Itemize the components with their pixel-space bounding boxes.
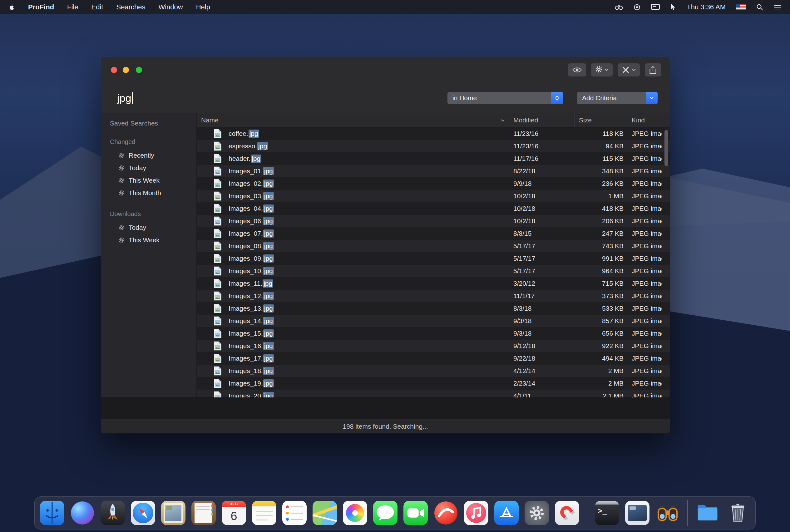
window-titlebar[interactable] (101, 57, 670, 83)
dock-screenshot-icon[interactable] (624, 500, 651, 526)
dock-photos-icon[interactable] (342, 500, 368, 526)
dock-maps-icon[interactable] (312, 500, 338, 526)
dock-news-icon[interactable] (433, 500, 459, 526)
share-button[interactable] (645, 63, 661, 76)
dock-app-store-icon[interactable] (493, 500, 520, 526)
table-row[interactable]: Images_07.jpg8/8/15247 KBJPEG image (197, 227, 670, 240)
add-criteria-button[interactable]: Add Criteria (577, 92, 658, 104)
table-row[interactable]: espresso.jpg11/23/1694 KBJPEG image (197, 140, 670, 152)
dock-terminal-icon[interactable]: >_ (594, 500, 620, 526)
kind-cell: JPEG image (627, 217, 662, 225)
table-row[interactable]: Images_03.jpg10/2/181 MBJPEG image (197, 190, 670, 202)
dock-facetime-icon[interactable] (402, 500, 429, 526)
sidebar-item-changed-recently[interactable]: Recently (101, 149, 196, 162)
smart-search-gear-icon (118, 177, 125, 184)
menu-bar-clock[interactable]: Thu 3:36 AM (686, 3, 726, 11)
kind-cell: JPEG image (627, 155, 662, 162)
search-match-highlight: jpg (251, 154, 261, 163)
menu-file[interactable]: File (67, 3, 78, 11)
table-row[interactable]: Images_10.jpg5/17/17964 KBJPEG image (197, 265, 670, 277)
modified-cell: 9/3/18 (509, 317, 575, 325)
kind-cell: JPEG image (627, 242, 662, 250)
saved-searches-sidebar: Saved Searches ChangedRecentlyTodayThis … (101, 113, 197, 397)
dock-trash-icon[interactable] (725, 500, 751, 526)
menu-help[interactable]: Help (196, 3, 210, 11)
table-row[interactable]: Images_15.jpg9/3/18656 KBJPEG image (197, 327, 670, 340)
dock-siri-icon[interactable] (69, 500, 96, 526)
sidebar-item-changed-this-week[interactable]: This Week (101, 174, 196, 187)
dock-finder-icon[interactable] (39, 500, 65, 526)
file-name: Images_08.jpg (229, 242, 274, 250)
jpeg-file-icon (213, 266, 222, 276)
dock-launchpad-icon[interactable] (100, 500, 126, 526)
table-row[interactable]: Images_17.jpg9/22/18494 KBJPEG image (197, 352, 670, 365)
table-row[interactable]: Images_08.jpg5/17/17743 KBJPEG image (197, 240, 670, 252)
zoom-window-button[interactable] (136, 67, 142, 73)
spotlight-search-icon[interactable] (756, 4, 763, 11)
table-row[interactable]: Images_11.jpg3/20/12715 KBJPEG image (197, 277, 670, 290)
table-row[interactable]: Images_04.jpg10/2/18418 KBJPEG image (197, 202, 670, 215)
search-scope-popup[interactable]: in Home (448, 92, 563, 104)
column-header-kind[interactable]: Kind (627, 113, 670, 127)
minimize-window-button[interactable] (123, 67, 129, 73)
table-row[interactable]: Images_12.jpg11/1/17373 KBJPEG image (197, 290, 670, 302)
table-row[interactable]: Images_16.jpg9/12/18922 KBJPEG image (197, 340, 670, 352)
kind-cell: JPEG image (627, 392, 662, 397)
table-row[interactable]: Images_20.jpg4/1/112.1 MBJPEG image (197, 390, 670, 397)
pointer-status-icon[interactable] (671, 4, 676, 11)
dock-notes-icon[interactable] (251, 500, 277, 526)
menu-searches[interactable]: Searches (116, 3, 145, 11)
table-row[interactable]: Images_06.jpg10/2/18206 KBJPEG image (197, 215, 670, 227)
sidebar-item-label: Today (129, 164, 146, 172)
input-source-flag-icon[interactable] (736, 4, 746, 10)
apple-menu-icon[interactable] (9, 4, 15, 10)
dock-magnet-icon[interactable] (554, 500, 580, 526)
app-tile (71, 501, 94, 525)
table-row[interactable]: Images_14.jpg9/3/18857 KBJPEG image (197, 315, 670, 327)
vertical-scrollbar-thumb[interactable] (664, 130, 668, 166)
column-header-size[interactable]: Size (575, 113, 627, 127)
sidebar-item-downloads-today[interactable]: Today (101, 221, 196, 234)
table-row[interactable]: Images_01.jpg8/22/18348 KBJPEG image (197, 165, 670, 177)
close-window-button[interactable] (111, 67, 117, 73)
kind-cell: JPEG image (627, 280, 662, 287)
column-header-name[interactable]: Name (197, 113, 509, 127)
table-row[interactable]: Images_19.jpg2/23/142 MBJPEG image (197, 377, 670, 390)
table-row[interactable]: Images_09.jpg5/17/17991 KBJPEG image (197, 252, 670, 265)
dock-safari-icon[interactable] (130, 500, 156, 526)
circle-status-icon[interactable] (634, 4, 640, 11)
notification-center-icon[interactable] (774, 4, 781, 10)
sidebar-item-changed-this-month[interactable]: This Month (101, 187, 196, 199)
menu-edit[interactable]: Edit (92, 3, 104, 11)
dock-music-icon[interactable] (463, 500, 489, 526)
binoculars-status-icon[interactable] (615, 4, 623, 10)
search-query-input[interactable]: jpg (117, 92, 133, 104)
search-match-highlight: jpg (263, 304, 274, 312)
table-row[interactable]: Images_13.jpg8/3/18533 KBJPEG image (197, 302, 670, 315)
dock-system-preferences-icon[interactable] (524, 500, 550, 526)
dock-reminders-icon[interactable] (281, 500, 307, 526)
sidebar-item-downloads-this-week[interactable]: This Week (101, 234, 196, 246)
tools-button[interactable] (618, 63, 640, 76)
sidebar-item-changed-today[interactable]: Today (101, 162, 196, 174)
dock-calendar-icon[interactable]: DEC6 (221, 500, 247, 526)
active-app-menu[interactable]: ProFind (28, 3, 54, 11)
preview-eye-button[interactable] (568, 63, 586, 76)
column-header-modified[interactable]: Modified (509, 113, 575, 127)
modified-cell: 9/22/18 (509, 355, 575, 362)
action-gear-button[interactable] (591, 63, 613, 76)
dock-profind-icon[interactable] (655, 500, 681, 526)
dock-mail-icon[interactable] (160, 500, 186, 526)
file-name: Images_07.jpg (229, 229, 274, 238)
table-row[interactable]: coffee.jpg11/23/16118 KBJPEG image (197, 127, 670, 140)
jpeg-file-icon (213, 216, 222, 226)
table-row[interactable]: Images_02.jpg9/9/18236 KBJPEG image (197, 177, 670, 190)
dock-contacts-icon[interactable] (190, 500, 217, 526)
dock-messages-icon[interactable] (372, 500, 398, 526)
table-row[interactable]: header.jpg11/17/16115 KBJPEG image (197, 152, 670, 165)
menu-window[interactable]: Window (158, 3, 183, 11)
file-name-cell: Images_19.jpg (197, 378, 509, 388)
table-row[interactable]: Images_18.jpg4/12/142 MBJPEG image (197, 365, 670, 377)
dock-folder-icon[interactable] (694, 500, 721, 526)
display-status-icon[interactable] (651, 4, 660, 10)
